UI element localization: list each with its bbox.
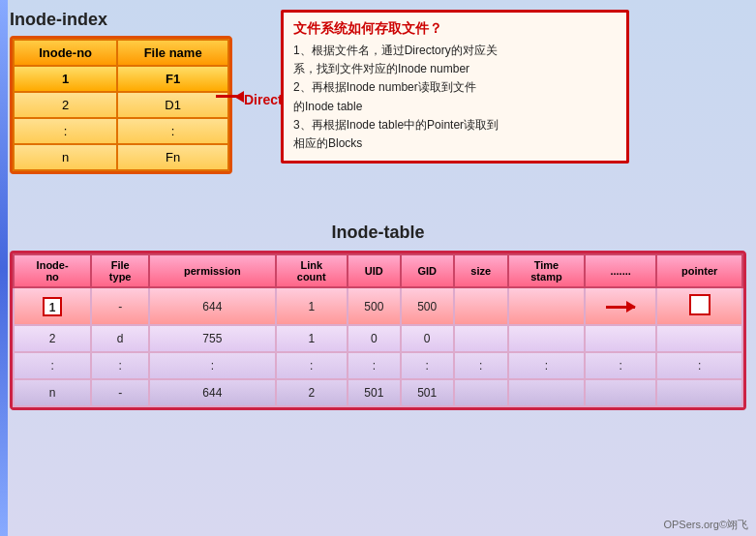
inode-r1-type: - <box>91 287 149 325</box>
inode-r1-no: 1 <box>14 287 91 325</box>
right-arrow-icon <box>606 306 635 309</box>
inode-index-row-2: 2 D1 <box>14 92 228 118</box>
inode-rn-size <box>454 379 508 406</box>
inode-r2-linkcount: 1 <box>276 325 348 352</box>
inode-rd-timestamp: : <box>508 352 585 379</box>
inode-rd-no: : <box>14 352 91 379</box>
th-uid: UID <box>348 254 401 287</box>
inode-r1-dots <box>585 287 656 325</box>
inode-table-section: Inode-table Inode-no Filetype permission… <box>10 223 746 410</box>
inode-table-relative: Inode-no Filetype permission Linkcount U… <box>10 251 746 410</box>
th-inode-no: Inode-no <box>14 254 91 287</box>
inode-data-row-1: 1 - 644 1 500 500 <box>14 287 742 325</box>
inode-r2-timestamp <box>508 325 585 352</box>
th-link-count: Linkcount <box>276 254 348 287</box>
inode-rn-uid: 501 <box>348 379 401 406</box>
th-dots: ....... <box>585 254 656 287</box>
inode-index-row-dots: : : <box>14 118 228 144</box>
inode-table-wrapper: Inode-no Filetype permission Linkcount U… <box>10 251 746 410</box>
inode-rn-no: n <box>14 379 91 406</box>
inode-data-row-n: n - 644 2 501 501 <box>14 379 742 406</box>
inode-rd-pointer: : <box>656 352 742 379</box>
th-file-type: Filetype <box>91 254 149 287</box>
inode-r1-uid: 500 <box>348 287 401 325</box>
inode-rd-size: : <box>454 352 508 379</box>
info-line-0: 1、根据文件名，通过Directory的对应关 <box>293 44 498 57</box>
inode-r1-pointer <box>656 287 742 325</box>
th-pointer: pointer <box>656 254 742 287</box>
inode-rd-dots: : <box>585 352 656 379</box>
inode-rd-permission: : <box>149 352 275 379</box>
inode-index-table-wrapper: Inode-no File name 1 F1 2 D1 : : <box>10 36 232 174</box>
inode-r2-dots <box>585 325 656 352</box>
col-header-inode-no: Inode-no <box>14 40 117 66</box>
inode-table-title: Inode-table <box>10 223 746 243</box>
inode-index-table: Inode-no File name 1 F1 2 D1 : : <box>13 39 229 171</box>
inode-no-cell-n: n <box>14 144 117 170</box>
file-name-cell-dots: : <box>117 118 228 144</box>
directory-arrow <box>216 95 243 98</box>
file-name-cell-1: F1 <box>117 66 228 92</box>
file-name-cell-n: Fn <box>117 144 228 170</box>
inode-r2-pointer <box>656 325 742 352</box>
inode-rd-type: : <box>91 352 149 379</box>
inode-data-row-dots: : : : : : : : : : : <box>14 352 742 379</box>
inode-index-title: Inode-index <box>10 10 232 30</box>
th-timestamp: Timestamp <box>508 254 585 287</box>
inode-main-table: Inode-no Filetype permission Linkcount U… <box>13 253 743 407</box>
inode-r2-no: 2 <box>14 325 91 352</box>
inode-index-row-n: n Fn <box>14 144 228 170</box>
inode-rd-gid: : <box>401 352 454 379</box>
row1-indicator: 1 <box>43 297 62 316</box>
inode-r1-timestamp <box>508 287 585 325</box>
inode-data-row-2: 2 d 755 1 0 0 <box>14 325 742 352</box>
inode-index-section: Inode-index Inode-no File name 1 F1 2 <box>10 10 232 174</box>
inode-no-cell-dots: : <box>14 118 117 144</box>
inode-r2-size <box>454 325 508 352</box>
info-box-content: 1、根据文件名，通过Directory的对应关 系，找到文件对应的Inode n… <box>293 42 617 153</box>
inode-rn-permission: 644 <box>149 379 275 406</box>
inode-r2-uid: 0 <box>348 325 401 352</box>
pointer-box <box>689 294 711 315</box>
inode-rn-linkcount: 2 <box>276 379 348 406</box>
inode-r1-linkcount: 1 <box>276 287 348 325</box>
th-size: size <box>454 254 508 287</box>
inode-index-row-1: 1 F1 <box>14 66 228 92</box>
info-box-title: 文件系统如何存取文件？ <box>293 20 617 38</box>
info-line-3: 的Inode table <box>293 100 362 113</box>
inode-rn-dots <box>585 379 656 406</box>
th-permission: permission <box>149 254 275 287</box>
inode-rn-pointer <box>656 379 742 406</box>
info-line-1: 系，找到文件对应的Inode number <box>293 62 469 75</box>
inode-rn-timestamp <box>508 379 585 406</box>
col-header-file-name: File name <box>117 40 228 66</box>
inode-no-cell-1: 1 <box>14 66 117 92</box>
inode-r1-gid: 500 <box>401 287 454 325</box>
inode-rd-uid: : <box>348 352 401 379</box>
inode-table-header: Inode-no Filetype permission Linkcount U… <box>14 254 742 287</box>
main-container: Inode-index Inode-no File name 1 F1 2 <box>0 0 756 536</box>
th-gid: GID <box>401 254 454 287</box>
inode-r1-size <box>454 287 508 325</box>
inode-r1-permission: 644 <box>149 287 275 325</box>
inode-rn-type: - <box>91 379 149 406</box>
watermark: OPSers.org©翊飞 <box>663 518 748 532</box>
inode-r2-gid: 0 <box>401 325 454 352</box>
inode-r2-permission: 755 <box>149 325 275 352</box>
inode-rn-gid: 501 <box>401 379 454 406</box>
info-line-2: 2、再根据Inode number读取到文件 <box>293 80 476 94</box>
info-box: 文件系统如何存取文件？ 1、根据文件名，通过Directory的对应关 系，找到… <box>281 10 629 164</box>
file-name-cell-2: D1 <box>117 92 228 118</box>
inode-r2-type: d <box>91 325 149 352</box>
left-decorative-strip <box>0 0 8 536</box>
inode-no-cell-2: 2 <box>14 92 117 118</box>
inode-rd-linkcount: : <box>276 352 348 379</box>
info-line-5: 相应的Blocks <box>293 136 362 150</box>
info-line-4: 3、再根据Inode table中的Pointer读取到 <box>293 118 499 132</box>
